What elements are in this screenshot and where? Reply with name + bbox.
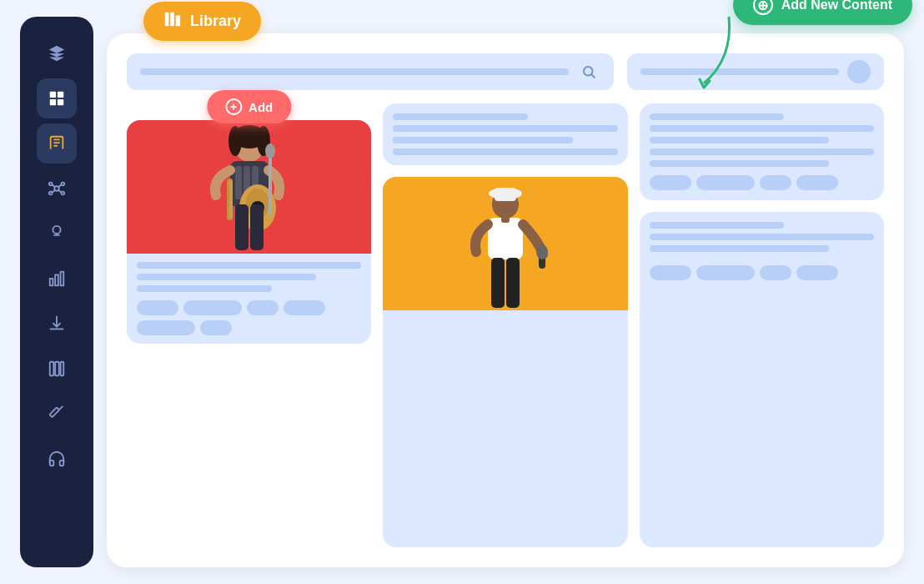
card-tag — [796, 175, 838, 190]
svg-rect-0 — [50, 92, 56, 98]
card-line — [650, 160, 829, 167]
card-area: ⊕ Add New Content — [107, 33, 904, 567]
sidebar-item-dashboard[interactable] — [37, 78, 77, 118]
content-card-text-1 — [383, 103, 627, 165]
card-3-bottom-tags — [650, 265, 874, 280]
svg-rect-20 — [170, 13, 174, 27]
add-button[interactable]: + Add — [207, 90, 291, 123]
svg-point-8 — [62, 192, 65, 195]
card-line — [137, 285, 272, 292]
svg-rect-46 — [488, 218, 523, 259]
card-3-top-tags — [650, 175, 874, 190]
card-tag — [696, 265, 755, 280]
svg-rect-41 — [235, 204, 249, 250]
sidebar-item-navigation[interactable] — [37, 33, 77, 73]
card-tag — [183, 300, 242, 315]
content-grid: + Add — [127, 103, 884, 547]
card-column-2 — [383, 103, 627, 547]
filter-dots — [847, 60, 871, 83]
card-line — [650, 234, 874, 240]
sidebar-item-download[interactable] — [37, 304, 77, 344]
svg-rect-42 — [250, 204, 264, 250]
card-column-1: + Add — [127, 103, 371, 547]
card-line — [650, 222, 785, 229]
add-new-label: Add New Content — [781, 0, 892, 13]
svg-rect-45 — [495, 188, 516, 201]
search-bar[interactable] — [127, 53, 614, 90]
search-icon — [577, 60, 600, 83]
card-tag — [760, 265, 791, 280]
sidebar-item-tools[interactable] — [37, 394, 77, 434]
svg-rect-49 — [491, 258, 505, 308]
svg-rect-19 — [165, 13, 169, 27]
card-line — [393, 149, 617, 155]
card-tag — [284, 300, 325, 315]
card-line — [393, 113, 528, 120]
card-tag — [796, 265, 838, 280]
search-row — [127, 53, 884, 90]
singer-image — [383, 177, 627, 310]
sidebar-item-support[interactable] — [37, 439, 77, 479]
card-line — [650, 137, 829, 143]
add-label: Add — [249, 100, 273, 114]
add-new-icon: ⊕ — [753, 0, 773, 15]
svg-line-11 — [53, 190, 56, 193]
sidebar — [20, 17, 93, 567]
content-card-singer — [383, 177, 627, 547]
guitarist-figure — [195, 124, 304, 254]
sidebar-item-books[interactable] — [37, 349, 77, 389]
singer-figure — [451, 181, 560, 310]
svg-point-22 — [584, 67, 593, 76]
card-tag — [696, 175, 755, 190]
content-card-text-2 — [640, 103, 884, 200]
svg-point-48 — [536, 244, 548, 259]
svg-point-7 — [49, 192, 53, 195]
card-column-3 — [640, 103, 884, 547]
card-1-body — [127, 254, 371, 344]
arrow-decoration — [666, 8, 741, 100]
add-new-content-button[interactable]: ⊕ Add New Content — [733, 0, 912, 25]
svg-line-9 — [53, 184, 56, 187]
card-line — [650, 113, 785, 120]
card-tag — [650, 175, 691, 190]
search-input-placeholder — [140, 68, 569, 75]
sidebar-item-library[interactable] — [37, 123, 77, 164]
svg-rect-39 — [269, 149, 272, 216]
svg-rect-15 — [61, 272, 64, 286]
library-tab[interactable]: Library — [143, 2, 261, 41]
guitarist-image — [127, 120, 371, 254]
card-tag — [650, 265, 691, 280]
sidebar-item-settings[interactable] — [37, 214, 77, 254]
svg-rect-17 — [55, 362, 59, 376]
library-tab-icon — [163, 10, 182, 33]
card-1-tags — [137, 300, 361, 335]
svg-rect-1 — [58, 92, 63, 98]
content-card-text-3 — [640, 212, 884, 547]
svg-rect-50 — [506, 258, 520, 308]
library-tab-label: Library — [190, 13, 241, 30]
svg-rect-51 — [501, 216, 510, 223]
card-tag — [760, 175, 791, 190]
svg-point-26 — [228, 126, 242, 156]
svg-point-6 — [62, 183, 65, 186]
svg-line-23 — [591, 74, 595, 78]
svg-line-10 — [58, 184, 62, 187]
svg-rect-16 — [50, 362, 54, 376]
svg-rect-29 — [235, 166, 242, 199]
card-line — [393, 125, 617, 132]
card-tag — [200, 320, 232, 335]
svg-rect-14 — [55, 274, 58, 285]
card-tag — [247, 300, 279, 315]
card-line — [650, 245, 829, 252]
sidebar-item-network[interactable] — [37, 169, 77, 209]
card-line — [137, 274, 316, 280]
add-icon: + — [225, 98, 242, 115]
card-line — [137, 262, 361, 269]
main-content: Library ⊕ Add New Content — [93, 17, 904, 567]
svg-rect-18 — [61, 362, 64, 376]
sidebar-item-analytics[interactable] — [37, 259, 77, 299]
svg-rect-13 — [50, 279, 53, 285]
svg-line-12 — [58, 190, 62, 193]
card-tag — [137, 320, 195, 335]
content-card-guitarist — [127, 120, 371, 344]
